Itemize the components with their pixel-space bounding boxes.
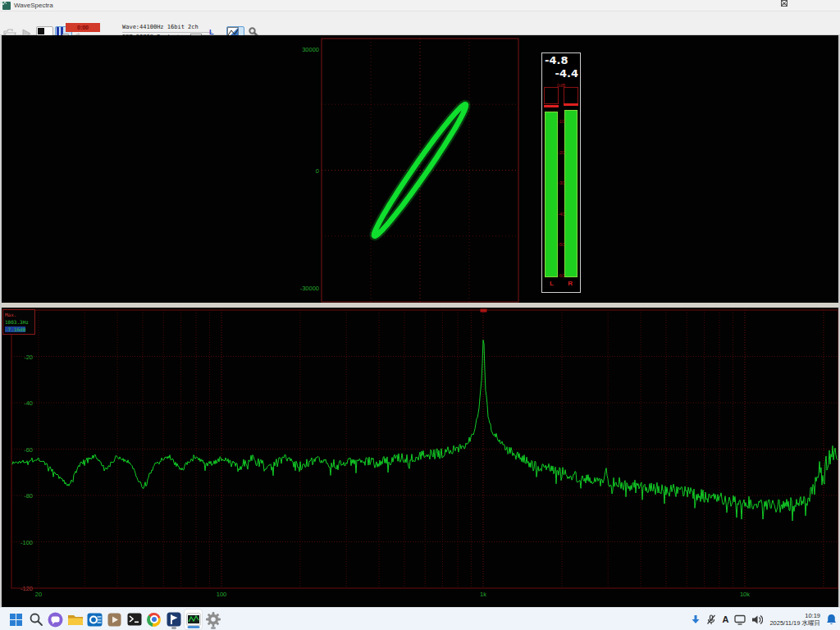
over-indicator-left [544,87,559,104]
running-indicator [211,627,216,629]
wave-format-info: Wave:44100Hz 16bit 2ch [122,23,212,33]
file-explorer-button[interactable] [66,609,84,630]
svg-text:-60: -60 [24,446,33,454]
taskbar: A 10:19 2025/11/19 水曜日 [0,607,840,630]
spectrum-panel: 0dB-20-40-60-80-100-120201001k10k Max. 1… [0,308,840,607]
svg-text:-30000: -30000 [300,285,319,292]
start-button[interactable] [7,609,25,630]
svg-text:0: 0 [316,167,319,175]
svg-text:-100: -100 [21,539,33,546]
meter-readout-left: -4.8 [545,54,568,66]
wavespectra-taskbar-button[interactable] [184,609,203,630]
folder-icon [67,613,84,627]
search-icon [29,612,43,627]
peak-hold-right [564,103,578,106]
svg-text:10k: 10k [740,591,750,598]
outlook-icon [87,612,103,628]
tray-arrow-icon[interactable] [691,614,701,624]
titlebar: WaveSpectra [0,0,840,11]
window-frame-left [0,35,2,607]
terminal-button[interactable] [125,609,144,630]
maximize-button[interactable] [801,0,820,11]
svg-text:-80: -80 [24,492,33,500]
outlook-button[interactable] [85,609,104,630]
max-level: -7.16dB [5,326,25,332]
display-tray-icon[interactable] [734,614,746,625]
max-label: Max. [5,311,33,318]
svg-text:1k: 1k [480,591,486,598]
svg-text:-40: -40 [24,399,33,407]
settings-button[interactable] [203,609,222,630]
chrome-icon [147,613,161,627]
lissajous-scope: 300000-30000 [0,35,840,303]
running-indicator [171,627,176,629]
wavespectra-icon [186,613,201,626]
notification-bell-icon[interactable] [826,614,837,625]
close-button[interactable] [820,0,840,11]
app-icon [2,2,11,10]
level-meter: -4.8 -4.4 0dB -10-20-30-40-50-60 L R [541,52,581,293]
meter-scale-label: -30 [558,180,565,185]
channel-label-right: R [568,280,573,287]
mic-muted-icon[interactable] [706,614,716,625]
video-editor-button[interactable] [164,609,183,630]
spectrum-plot: 0dB-20-40-60-80-100-120201001k10k [0,308,840,607]
active-indicator [187,626,199,628]
gear-icon [205,611,221,628]
position-display: 0:00 [66,23,100,32]
peak-hold-left [544,105,559,107]
meter-scale-label: -50 [558,242,565,247]
toolbar: 0:00 Wave:44100Hz 16bit 2ch FFT:32768 Re… [0,11,840,35]
window-title: WaveSpectra [14,2,53,9]
ime-mode-indicator[interactable]: A [722,614,728,624]
ime-mode-label: A [722,614,728,624]
chat-app-button[interactable] [46,609,65,630]
meter-bar-left [545,112,558,277]
over-indicator-right [564,87,578,104]
lissajous-panel: 300000-30000 -4.8 -4.4 0dB -10-20-30-40-… [0,35,840,303]
windows-logo-icon [10,614,22,626]
max-peak-readout: Max. 1003.3Hz -7.16dB [2,309,35,335]
meter-scale-label: -40 [558,212,565,217]
media-player-icon [107,613,121,627]
clock[interactable]: 10:19 2025/11/19 水曜日 [769,612,820,627]
meter-readout-right: -4.4 [555,67,578,80]
chat-icon [48,612,63,628]
terminal-icon [127,613,142,626]
svg-text:20: 20 [35,591,42,598]
tray-date: 2025/11/19 水曜日 [769,619,820,627]
desktop: { "titlebar": { "title": "WaveSpectra" }… [0,0,840,630]
speaker-icon[interactable] [751,614,763,625]
meter-scale-label: -20 [558,150,565,155]
channel-label-left: L [550,280,554,287]
tray-time: 10:19 [769,612,820,619]
svg-text:100: 100 [217,591,227,598]
chrome-button[interactable] [144,609,163,630]
svg-text:30000: 30000 [302,46,319,53]
meter-bar-right [564,110,578,277]
svg-text:-20: -20 [24,354,33,361]
media-player-button[interactable] [105,609,124,630]
search-button[interactable] [26,609,45,630]
meter-scale-label: -60 [558,273,565,278]
max-frequency: 1003.3Hz [5,318,33,326]
meter-scale-zero: 0dB [557,83,566,88]
video-editor-icon [167,612,181,627]
meter-scale-label: -10 [558,119,565,124]
